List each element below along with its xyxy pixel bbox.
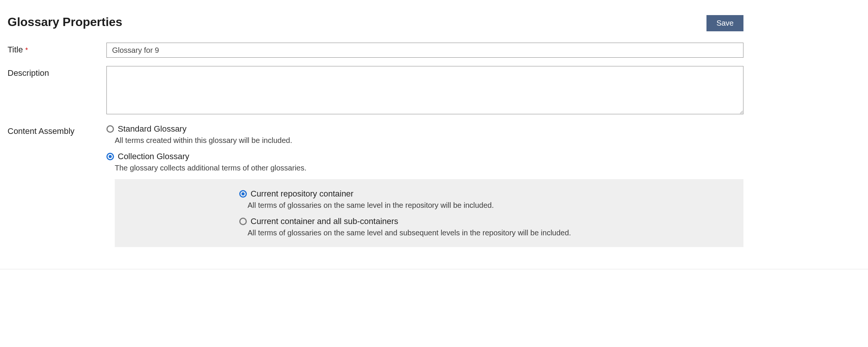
radio-standard-glossary-label: Standard Glossary [118, 124, 186, 134]
radio-standard-glossary[interactable] [106, 125, 114, 133]
description-label: Description [8, 66, 106, 78]
radio-standard-glossary-block: Standard Glossary All terms created with… [106, 124, 743, 145]
radio-sub-containers-block: Current container and all sub-containers… [239, 216, 736, 237]
radio-sub-containers-desc: All terms of glossaries on the same leve… [248, 229, 736, 237]
page-title: Glossary Properties [8, 15, 122, 29]
radio-collection-glossary-desc: The glossary collects additional terms o… [115, 164, 743, 172]
save-button[interactable]: Save [706, 15, 743, 31]
radio-current-container[interactable] [239, 190, 247, 198]
content-assembly-label: Content Assembly [8, 124, 106, 136]
title-input[interactable] [106, 43, 743, 58]
radio-current-container-desc: All terms of glossaries on the same leve… [248, 201, 736, 210]
radio-sub-containers-label: Current container and all sub-containers [251, 216, 398, 226]
radio-collection-glossary[interactable] [106, 153, 114, 160]
content-assembly-row: Content Assembly Standard Glossary All t… [8, 124, 743, 254]
radio-sub-containers[interactable] [239, 218, 247, 225]
description-textarea[interactable] [106, 66, 743, 114]
title-label: Title * [8, 43, 106, 55]
radio-standard-glossary-desc: All terms created within this glossary w… [115, 136, 743, 145]
radio-current-container-block: Current repository container All terms o… [239, 189, 736, 210]
radio-current-container-label: Current repository container [251, 189, 354, 199]
divider [0, 269, 868, 269]
radio-collection-glossary-block: Collection Glossary The glossary collect… [106, 152, 743, 247]
collection-subpanel: Current repository container All terms o… [115, 179, 743, 247]
title-label-text: Title [8, 45, 23, 54]
radio-dot-icon [109, 155, 112, 158]
title-row: Title * [8, 43, 743, 58]
radio-dot-icon [242, 192, 245, 195]
radio-collection-glossary-label: Collection Glossary [118, 152, 189, 161]
required-mark: * [25, 46, 28, 54]
description-row: Description [8, 66, 743, 116]
